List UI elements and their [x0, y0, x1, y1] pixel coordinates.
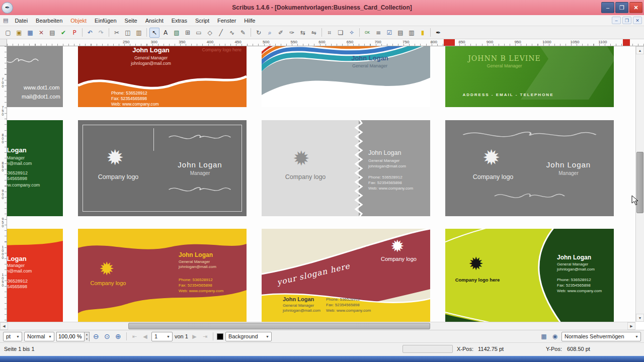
zoom-step-up[interactable]: ▲ [85, 332, 89, 337]
print-icon[interactable]: ▤ [47, 28, 57, 38]
preview-mode-icon[interactable]: ◉ [550, 332, 559, 341]
scroll-right-button[interactable]: ▶ [627, 322, 635, 330]
menu-item-bearbeiten[interactable]: Bearbeiten [32, 17, 66, 25]
highlighter-icon[interactable]: ▮ [418, 28, 428, 38]
business-card-gray-ornament[interactable]: ✹ Company logo John Logan Manager [445, 120, 614, 216]
chevron-down-icon: ▼ [48, 335, 52, 338]
minimize-button[interactable]: – [601, 2, 614, 13]
select-item-icon[interactable]: ↖ [149, 28, 159, 38]
menu-item-extras[interactable]: Extras [168, 17, 191, 25]
document-icon: ▤ [3, 17, 8, 24]
previous-page-button[interactable]: ◀ [141, 332, 149, 341]
menu-item-script[interactable]: Script [191, 17, 213, 25]
menu-item-hilfe[interactable]: Hilfe [240, 17, 259, 25]
checkbox-icon[interactable]: ☑ [384, 28, 394, 38]
open-document-icon[interactable]: ▣ [14, 28, 24, 38]
business-card-darkgreen[interactable]: John Logan General Manager johnlogan@mai… [7, 120, 63, 216]
paste-icon[interactable]: ▥ [134, 28, 144, 38]
scroll-left-button[interactable]: ◀ [0, 322, 8, 330]
columns-icon[interactable]: ▤ [395, 28, 406, 38]
pdf-export-icon[interactable]: P [69, 28, 79, 38]
horizontal-scroll-thumb[interactable] [128, 323, 430, 329]
undo-icon[interactable]: ↶ [85, 28, 95, 38]
hruler-label: 500 [263, 40, 269, 44]
insert-table-icon[interactable]: ⊞ [183, 28, 193, 38]
close-document-icon[interactable]: ✕ [36, 28, 46, 38]
business-card-red[interactable]: John Logan General Manager johnlogan@mai… [7, 229, 63, 322]
quality-select[interactable]: Normal▼ [24, 332, 54, 341]
layer-select[interactable]: Background▼ [225, 332, 272, 341]
page-select[interactable]: 1▼ [151, 332, 173, 341]
ruler-origin-corner[interactable] [0, 39, 7, 46]
last-page-button[interactable]: ⇥ [201, 332, 209, 341]
copy-icon[interactable]: ◫ [123, 28, 133, 38]
menu-item-seite[interactable]: Seite [121, 17, 141, 25]
business-card-gray-framed[interactable]: ✹ Company logo John Logan Manager [78, 120, 247, 216]
mdi-minimize-button[interactable]: – [612, 17, 621, 24]
zoom-step-down[interactable]: ▼ [85, 337, 89, 341]
menu-item-datei[interactable]: Datei [11, 17, 32, 25]
scroll-down-button[interactable]: ▼ [636, 314, 644, 322]
hruler-label: 750 [403, 40, 409, 44]
frame-options-icon[interactable]: ▥ [407, 28, 417, 38]
menu-item-fenster[interactable]: Fenster [213, 17, 240, 25]
vertical-ruler[interactable]: 70075080085090095010001050 [0, 46, 7, 322]
card-contact: ADDRESS - EMAIL - TELEPHONE [445, 93, 571, 97]
business-card-slogan[interactable]: ✹ Company logo your slogan here John Log… [262, 229, 430, 322]
next-page-button[interactable]: ▶ [190, 332, 199, 341]
insert-bezier-icon[interactable]: ∿ [227, 28, 237, 38]
insert-polygon-icon[interactable]: ◇ [205, 28, 215, 38]
copy-properties-icon[interactable]: ❏ [336, 28, 346, 38]
image-visibility-toggle-icon[interactable]: ▦ [539, 332, 548, 341]
business-card-gray-dot1[interactable]: www.dot1.com mail@dot1.com [7, 46, 63, 107]
rotate-item-icon[interactable]: ↻ [254, 28, 264, 38]
unlink-text-frames-icon[interactable]: ⇋ [309, 28, 319, 38]
preflight-verifier-icon[interactable]: ✔ [58, 28, 68, 38]
zoom-out-button[interactable]: ⊖ [92, 332, 101, 341]
menu-item-einfügen[interactable]: Einfügen [91, 17, 120, 25]
story-editor-icon[interactable]: ✑ [287, 28, 297, 38]
cut-icon[interactable]: ✂ [112, 28, 122, 38]
vision-defect-select[interactable]: Normales Sehvermögen▼ [561, 332, 641, 341]
pen-icon[interactable]: ✒ [433, 28, 443, 38]
redo-icon[interactable]: ↷ [96, 28, 106, 38]
zoom-input[interactable] [56, 332, 85, 341]
scroll-up-button[interactable]: ▲ [636, 46, 644, 54]
first-page-button[interactable]: ⇤ [130, 332, 139, 341]
document-canvas[interactable]: www.dot1.com mail@dot1.com Company logo … [7, 46, 635, 322]
unit-select[interactable]: pt▼ [3, 332, 22, 341]
insert-text-frame-icon[interactable]: A [160, 28, 171, 38]
horizontal-ruler[interactable]: 2503003504004505005506006507007508008509… [7, 39, 644, 46]
zoom-tool-icon[interactable]: ⌕ [265, 28, 275, 38]
maximize-button[interactable]: ❐ [615, 2, 628, 13]
insert-line-icon[interactable]: ╱ [216, 28, 226, 38]
business-card-split-gray[interactable]: ✹ Company logo John Logan General Manage… [262, 120, 430, 216]
measurements-icon[interactable]: ⌗ [325, 28, 335, 38]
eyedropper-icon[interactable]: ✧ [347, 28, 357, 38]
save-document-icon[interactable]: ▦ [25, 28, 35, 38]
insert-freehand-icon[interactable]: ✎ [238, 28, 248, 38]
zoom-100-button[interactable]: ⊙ [103, 332, 112, 341]
zoom-in-button[interactable]: ⊕ [114, 332, 123, 341]
insert-shape-icon[interactable]: ▭ [194, 28, 204, 38]
mdi-restore-button[interactable]: ❐ [622, 17, 631, 24]
edit-contents-icon[interactable]: ✐ [276, 28, 286, 38]
ypos-value: 608.50 pt [567, 346, 590, 352]
business-card-yellow-maroon[interactable]: ✹ Company logo John Logan General Manage… [78, 229, 247, 322]
ok-icon[interactable]: OK [362, 28, 372, 38]
text-align-icon[interactable]: ≡ [373, 28, 383, 38]
close-button[interactable]: ✕ [629, 2, 642, 13]
business-card-green[interactable]: JOHNN B LEVINE General Manager ADDRESS -… [445, 46, 614, 107]
vertical-scrollbar[interactable]: ▲ ▼ [635, 46, 644, 322]
link-text-frames-icon[interactable]: ⇆ [298, 28, 308, 38]
insert-image-frame-icon[interactable]: ▧ [172, 28, 182, 38]
business-card-lime-green[interactable]: ✹ Company logo here John Logan General M… [445, 229, 614, 322]
menu-item-ansicht[interactable]: Ansicht [141, 17, 168, 25]
chevron-down-icon: ▼ [167, 335, 170, 338]
business-card-waves[interactable]: John Logan General Manager [262, 46, 430, 107]
mdi-close-button[interactable]: ✕ [633, 17, 642, 24]
new-document-icon[interactable]: ▢ [3, 28, 13, 38]
menu-item-objekt[interactable]: Objekt [66, 17, 91, 25]
business-card-maroon-orange[interactable]: Company logo here John Logan General Man… [78, 46, 247, 107]
horizontal-scrollbar[interactable]: ◀ ▶ [0, 322, 635, 330]
